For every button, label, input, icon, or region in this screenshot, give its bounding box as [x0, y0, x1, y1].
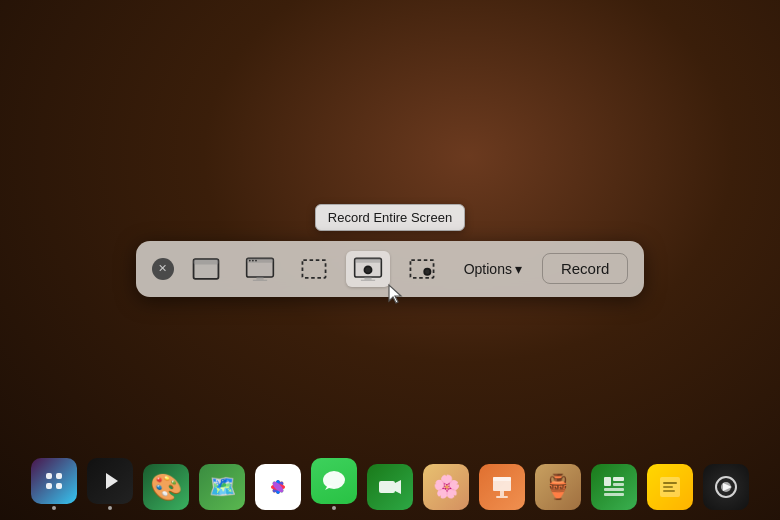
dock-item-recall[interactable] — [700, 458, 752, 510]
stickies-icon — [647, 464, 693, 510]
finalcut-dot — [108, 506, 112, 510]
dock-item-photos[interactable] — [252, 458, 304, 510]
screenshot-toolbar: Options ▾ Record — [136, 241, 645, 297]
svg-rect-21 — [56, 473, 62, 479]
svg-rect-11 — [354, 258, 381, 262]
dock-item-facetime[interactable] — [364, 458, 416, 510]
svg-point-4 — [249, 259, 251, 261]
svg-marker-24 — [106, 473, 118, 489]
options-chevron: ▾ — [515, 261, 522, 277]
svg-marker-37 — [395, 480, 401, 494]
svg-point-5 — [252, 259, 254, 261]
keynote-icon — [479, 464, 525, 510]
svg-rect-13 — [361, 279, 375, 280]
svg-rect-40 — [500, 491, 504, 496]
svg-rect-44 — [613, 483, 624, 486]
dock-item-migrate[interactable]: 🌸 — [420, 458, 472, 510]
migrate-icon: 🌸 — [423, 464, 469, 510]
svg-rect-12 — [364, 277, 371, 280]
dock: 🎨 🗺️ — [0, 452, 780, 520]
record-button[interactable]: Record — [542, 253, 628, 284]
squash-icon: 🏺 — [535, 464, 581, 510]
svg-rect-23 — [56, 483, 62, 489]
photos-icon — [255, 464, 301, 510]
svg-rect-3 — [246, 258, 273, 262]
main-area: Record Entire Screen — [0, 0, 780, 520]
svg-rect-46 — [604, 493, 624, 496]
svg-rect-43 — [613, 477, 624, 481]
numbers-icon — [591, 464, 637, 510]
record-label: Record — [561, 260, 609, 277]
svg-rect-45 — [604, 488, 624, 491]
svg-point-18 — [425, 269, 429, 273]
record-screen-icon — [352, 255, 384, 283]
svg-rect-39 — [493, 477, 511, 481]
tooltip: Record Entire Screen — [315, 204, 465, 231]
dock-item-squash[interactable]: 🏺 — [532, 458, 584, 510]
svg-rect-8 — [253, 279, 267, 280]
svg-rect-50 — [663, 490, 675, 492]
svg-rect-36 — [379, 481, 395, 493]
slack-icon — [31, 458, 77, 504]
dock-item-slack[interactable] — [28, 458, 80, 510]
slack-dot — [52, 506, 56, 510]
maps-icon: 🗺️ — [199, 464, 245, 510]
dock-item-stickies[interactable] — [644, 458, 696, 510]
tooltip-text: Record Entire Screen — [328, 210, 452, 225]
dock-item-numbers[interactable] — [588, 458, 640, 510]
svg-rect-48 — [663, 482, 677, 484]
facetime-icon — [367, 464, 413, 510]
dock-item-keynote[interactable] — [476, 458, 528, 510]
options-label: Options — [464, 261, 512, 277]
svg-rect-9 — [302, 260, 325, 278]
dock-item-colorsync[interactable]: 🎨 — [140, 458, 192, 510]
options-button[interactable]: Options ▾ — [454, 255, 532, 283]
svg-point-6 — [255, 259, 257, 261]
record-selection-icon — [406, 255, 438, 283]
dock-item-finalcut[interactable] — [84, 458, 136, 510]
selection-capture-button[interactable] — [292, 251, 336, 287]
window-capture-icon — [190, 255, 222, 283]
dock-item-messages[interactable] — [308, 458, 360, 510]
svg-point-15 — [365, 267, 370, 272]
selection-capture-icon — [298, 255, 330, 283]
window-capture-button[interactable] — [184, 251, 228, 287]
finalcut-icon — [87, 458, 133, 504]
svg-rect-20 — [46, 473, 52, 479]
dock-item-maps[interactable]: 🗺️ — [196, 458, 248, 510]
screen-capture-button[interactable] — [238, 251, 282, 287]
svg-point-34 — [323, 471, 345, 489]
messages-icon — [311, 458, 357, 504]
svg-rect-42 — [604, 477, 611, 486]
recall-icon — [703, 464, 749, 510]
svg-rect-49 — [663, 486, 673, 488]
svg-rect-22 — [46, 483, 52, 489]
svg-rect-7 — [256, 277, 263, 280]
colorsync-icon: 🎨 — [143, 464, 189, 510]
messages-dot — [332, 506, 336, 510]
svg-rect-1 — [193, 259, 218, 264]
svg-rect-41 — [496, 496, 508, 498]
screen-capture-icon — [244, 255, 276, 283]
record-screen-button[interactable] — [346, 251, 390, 287]
record-selection-button[interactable] — [400, 251, 444, 287]
close-button[interactable] — [152, 258, 174, 280]
